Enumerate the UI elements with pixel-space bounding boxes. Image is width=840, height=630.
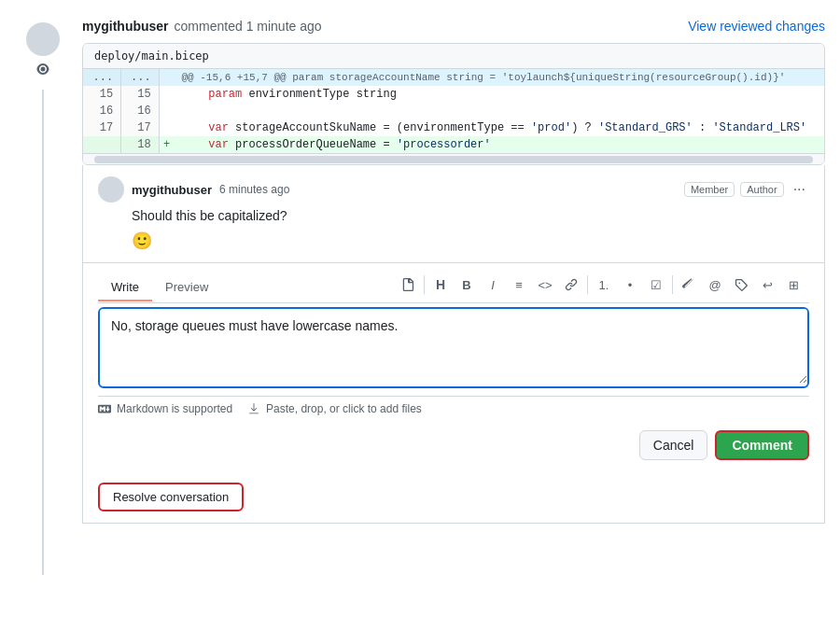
write-tab[interactable]: Write <box>98 274 152 301</box>
toolbar-reference-icon[interactable] <box>729 273 753 297</box>
comment-badges: Member Author ··· <box>684 179 809 200</box>
diff-sign <box>159 69 174 86</box>
code-table: ... ... @@ -15,6 +15,7 @@ param storageA… <box>83 69 824 153</box>
comment-section: mygithubuser 6 minutes ago Member Author… <box>82 165 825 524</box>
avatar <box>26 22 60 56</box>
editor-tab-group: Write Preview <box>98 274 221 301</box>
toolbar-heading-icon[interactable]: H <box>428 273 453 297</box>
line-num-right: 17 <box>121 119 160 136</box>
toolbar-code-icon[interactable]: <> <box>533 273 557 297</box>
editor-toolbar: H B I ≡ <> 1. • ☑ <box>392 273 809 302</box>
comment-button[interactable]: Comment <box>715 430 809 460</box>
toolbar-saved-replies-icon[interactable]: ⊞ <box>781 273 805 297</box>
reply-editor: Write Preview H B I ≡ <> <box>83 263 824 471</box>
left-column <box>15 19 71 575</box>
scroll-bar[interactable] <box>83 153 824 164</box>
comment-time: 6 minutes ago <box>219 183 289 196</box>
toolbar-link-icon[interactable] <box>559 273 583 297</box>
code-content <box>174 103 823 119</box>
line-num-right: 16 <box>121 103 160 119</box>
code-content: param environmentType string <box>174 86 823 103</box>
code-block: deploy/main.bicep ... ... @@ -15,6 +15,7… <box>82 43 825 165</box>
code-row-17: 17 17 var storageAccountSkuName = (envir… <box>83 119 824 136</box>
scroll-bar-inner <box>94 156 813 163</box>
file-label: Paste, drop, or click to add files <box>266 402 422 415</box>
line-num-left: 16 <box>83 103 121 119</box>
comment-body: Should this be capitalized? <box>98 208 809 223</box>
toolbar-mention-icon[interactable]: @ <box>703 273 727 297</box>
code-row-15: 15 15 param environmentType string <box>83 86 824 103</box>
toolbar-divider-3 <box>672 275 673 294</box>
diff-sign: + <box>159 136 174 153</box>
resolve-conversation-button[interactable]: Resolve conversation <box>98 483 244 511</box>
comment-avatar <box>98 176 124 203</box>
code-row-18: 18 + var processOrderQueueName = 'proces… <box>83 136 824 153</box>
line-num-left: 17 <box>83 119 121 136</box>
eye-icon <box>35 62 50 80</box>
main-column: mygithubuser commented 1 minute ago View… <box>82 19 825 524</box>
line-num-right: 15 <box>121 86 160 103</box>
line-num-left: 15 <box>83 86 121 103</box>
timeline-line <box>42 90 44 575</box>
commenter-username[interactable]: mygithubuser <box>82 19 169 34</box>
toolbar-reply-icon[interactable]: ↩ <box>755 273 779 297</box>
line-num-right: ... <box>121 69 160 86</box>
preview-tab[interactable]: Preview <box>152 274 221 301</box>
emoji-reaction-button[interactable]: 🙂 <box>98 231 809 251</box>
toolbar-bold-icon[interactable]: B <box>455 273 479 297</box>
toolbar-file-icon[interactable] <box>396 273 420 297</box>
page-wrapper: mygithubuser commented 1 minute ago View… <box>0 0 840 630</box>
pr-header: mygithubuser commented 1 minute ago View… <box>82 19 825 34</box>
code-content: var storageAccountSkuName = (environment… <box>174 119 823 136</box>
editor-footer: Markdown is supported Paste, drop, or cl… <box>98 396 809 421</box>
editor-tabs: Write Preview H B I ≡ <> <box>98 273 809 303</box>
code-content: @@ -15,6 +15,7 @@ param storageAccountNa… <box>174 69 823 86</box>
line-num-left <box>83 136 121 153</box>
toolbar-attach-icon[interactable] <box>677 273 701 297</box>
comment-textarea[interactable]: No, storage queues must have lowercase n… <box>100 309 807 384</box>
line-num-left: ... <box>83 69 121 86</box>
smiley-icon: 🙂 <box>132 231 152 250</box>
toolbar-italic-icon[interactable]: I <box>481 273 505 297</box>
editor-actions: Cancel Comment <box>98 430 809 460</box>
toolbar-unordered-list-icon[interactable]: • <box>618 273 642 297</box>
code-row-diff-header: ... ... @@ -15,6 +15,7 @@ param storageA… <box>83 69 824 86</box>
toolbar-quote-icon[interactable]: ≡ <box>507 273 531 297</box>
code-content: var processOrderQueueName = 'processorde… <box>174 136 823 153</box>
toolbar-tasklist-icon[interactable]: ☑ <box>644 273 668 297</box>
pr-header-left: mygithubuser commented 1 minute ago <box>82 19 322 34</box>
markdown-support-label: Markdown is supported <box>98 402 232 415</box>
comment-header-left: mygithubuser 6 minutes ago <box>98 176 289 203</box>
view-changes-link[interactable]: View reviewed changes <box>688 19 825 34</box>
cancel-button[interactable]: Cancel <box>639 430 708 460</box>
file-path: deploy/main.bicep <box>83 44 824 69</box>
code-row-16: 16 16 <box>83 103 824 119</box>
toolbar-ordered-list-icon[interactable]: 1. <box>592 273 616 297</box>
toolbar-divider-1 <box>424 275 425 294</box>
toolbar-divider-2 <box>587 275 588 294</box>
comment-item: mygithubuser 6 minutes ago Member Author… <box>83 165 824 263</box>
author-badge: Author <box>740 182 783 197</box>
file-upload-label[interactable]: Paste, drop, or click to add files <box>247 402 422 415</box>
diff-sign <box>159 119 174 136</box>
diff-sign <box>159 103 174 119</box>
more-options-button[interactable]: ··· <box>790 179 809 200</box>
pr-action-text: commented 1 minute ago <box>175 19 322 34</box>
editor-textarea-wrapper: No, storage queues must have lowercase n… <box>98 307 809 388</box>
resolve-section: Resolve conversation <box>83 471 824 523</box>
comment-username[interactable]: mygithubuser <box>132 183 212 197</box>
line-num-right: 18 <box>121 136 160 153</box>
member-badge: Member <box>684 182 735 197</box>
comment-header: mygithubuser 6 minutes ago Member Author… <box>98 176 809 203</box>
diff-sign <box>159 86 174 103</box>
markdown-label: Markdown is supported <box>117 402 232 415</box>
